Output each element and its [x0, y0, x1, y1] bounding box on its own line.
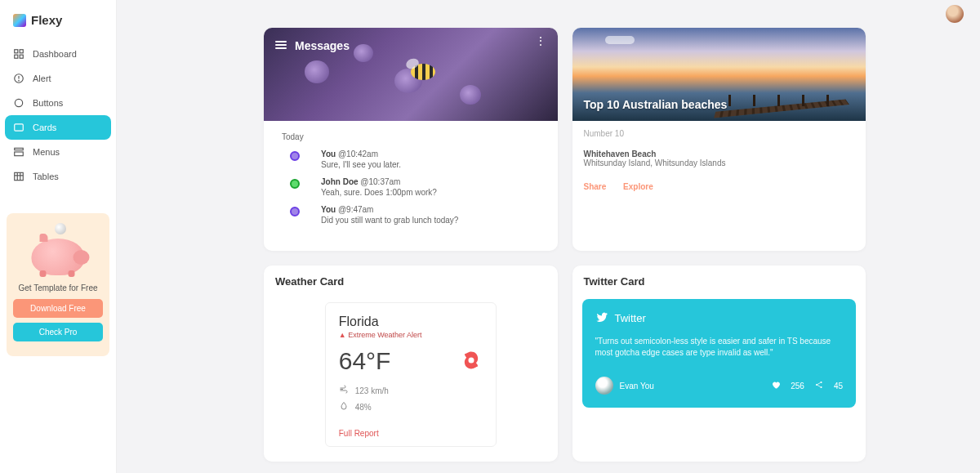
- sidebar-item-label: Dashboard: [33, 49, 77, 59]
- beaches-title: Top 10 Australian beaches: [584, 98, 728, 111]
- message-time: @9:47am: [338, 205, 374, 214]
- sidebar-item-label: Alert: [33, 74, 51, 83]
- hurricane-icon: [460, 349, 483, 373]
- message-text: Yeah, sure. Does 1:00pm work?: [321, 188, 545, 197]
- sidebar-item-buttons[interactable]: Buttons: [0, 91, 116, 115]
- svg-point-6: [19, 80, 20, 81]
- svg-rect-9: [15, 148, 24, 149]
- share-link[interactable]: Share: [584, 182, 607, 191]
- svg-rect-10: [15, 152, 24, 156]
- weather-city: Florida: [339, 315, 422, 329]
- message-sender: John Doe: [321, 177, 359, 186]
- svg-point-16: [820, 382, 822, 383]
- messages-hero: Messages ⋮: [264, 28, 558, 121]
- message-time: @10:37am: [360, 177, 400, 186]
- check-pro-button[interactable]: Check Pro: [13, 323, 103, 341]
- weather-wind-row: 123 km/h: [339, 385, 483, 396]
- download-free-button[interactable]: Download Free: [13, 299, 103, 318]
- promo-title: Get Template for Free: [13, 283, 103, 292]
- sidebar: Flexy Dashboard Alert Buttons Cards Menu…: [0, 0, 117, 473]
- brand: Flexy: [0, 10, 116, 42]
- message-sender: You: [321, 149, 336, 158]
- beaches-card: Top 10 Australian beaches Number 10 Whit…: [572, 28, 866, 251]
- status-dot-icon: [290, 179, 300, 189]
- status-dot-icon: [290, 207, 300, 216]
- sidebar-item-label: Cards: [33, 123, 56, 132]
- heart-count: 256: [791, 382, 804, 390]
- weather-card: Weather Card Florida Extreme Weather Ale…: [264, 266, 558, 462]
- tweet-author-avatar: [595, 377, 613, 395]
- svg-rect-1: [20, 50, 23, 53]
- sidebar-item-menus[interactable]: Menus: [0, 140, 116, 164]
- brand-logo-icon: [13, 14, 26, 27]
- message-item[interactable]: John Doe @10:37am Yeah, sure. Does 1:00p…: [282, 177, 545, 197]
- svg-rect-2: [15, 55, 18, 58]
- weather-card-title: Weather Card: [264, 266, 558, 292]
- message-time: @10:42am: [338, 149, 378, 158]
- sidebar-item-label: Tables: [33, 172, 59, 181]
- weather-humidity-row: 48%: [339, 401, 483, 413]
- sidebar-item-cards[interactable]: Cards: [5, 115, 111, 140]
- messages-title: Messages: [295, 39, 350, 52]
- beach-location: Whitsunday Island, Whitsunday Islands: [584, 158, 726, 167]
- sidebar-item-label: Menus: [33, 147, 60, 157]
- twitter-card: Twitter Card Twitter "Turns out semicolo…: [572, 266, 866, 462]
- menus-icon: [13, 146, 24, 158]
- weather-humidity: 48%: [355, 403, 372, 412]
- radio-icon: [13, 97, 24, 109]
- message-item[interactable]: You @10:42am Sure, I'll see you later.: [282, 149, 545, 169]
- weather-wind: 123 km/h: [355, 386, 389, 395]
- message-item[interactable]: You @9:47am Did you still want to grab l…: [282, 205, 545, 225]
- sidebar-item-dashboard[interactable]: Dashboard: [0, 42, 116, 66]
- sidebar-item-alert[interactable]: Alert: [0, 66, 116, 91]
- kebab-menu-icon[interactable]: ⋮: [535, 39, 546, 42]
- cards-icon: [13, 122, 24, 133]
- tweet-author: Evan You: [620, 382, 654, 390]
- svg-rect-0: [15, 50, 18, 53]
- piggy-bank-illustration: [21, 221, 95, 279]
- message-sender: You: [321, 205, 336, 214]
- svg-rect-11: [15, 172, 24, 180]
- brand-name: Flexy: [31, 13, 62, 27]
- twitter-brand: Twitter: [615, 312, 646, 324]
- twitter-bird-icon: [595, 310, 608, 326]
- alert-icon: [13, 73, 24, 84]
- message-text: Did you still want to grab lunch today?: [321, 216, 545, 225]
- message-text: Sure, I'll see you later.: [321, 160, 545, 169]
- twitter-quote: "Turns out semicolon-less style is easie…: [595, 336, 844, 359]
- full-report-link[interactable]: Full Report: [339, 429, 379, 438]
- twitter-card-title: Twitter Card: [572, 266, 866, 292]
- messages-card: Messages ⋮ Today You @10:42am Sure, I'll…: [264, 28, 558, 251]
- weather-alert: Extreme Weather Alert: [339, 331, 422, 339]
- explore-link[interactable]: Explore: [623, 182, 653, 191]
- humidity-icon: [339, 401, 349, 413]
- share-icon[interactable]: [814, 380, 824, 391]
- wind-icon: [339, 385, 349, 396]
- messages-section-label: Today: [282, 132, 545, 141]
- promo-panel: Get Template for Free Download Free Chec…: [7, 213, 109, 356]
- share-count: 45: [834, 382, 843, 390]
- sidebar-item-tables[interactable]: Tables: [0, 164, 116, 189]
- beaches-subtitle: Number 10: [584, 129, 855, 138]
- svg-rect-8: [15, 124, 24, 131]
- status-dot-icon: [290, 151, 300, 161]
- heart-icon[interactable]: [771, 380, 781, 391]
- svg-point-17: [820, 386, 822, 388]
- svg-rect-3: [20, 55, 23, 58]
- beaches-hero: Top 10 Australian beaches: [572, 28, 866, 121]
- svg-point-7: [15, 99, 22, 106]
- svg-point-15: [816, 384, 817, 386]
- tables-icon: [13, 171, 24, 182]
- hamburger-icon[interactable]: [275, 39, 287, 51]
- dashboard-icon: [13, 48, 24, 60]
- beach-place: Whitehaven Beach: [584, 149, 855, 158]
- content: Messages ⋮ Today You @10:42am Sure, I'll…: [117, 0, 980, 473]
- weather-temp: 64°F: [339, 347, 391, 375]
- sidebar-item-label: Buttons: [33, 98, 63, 108]
